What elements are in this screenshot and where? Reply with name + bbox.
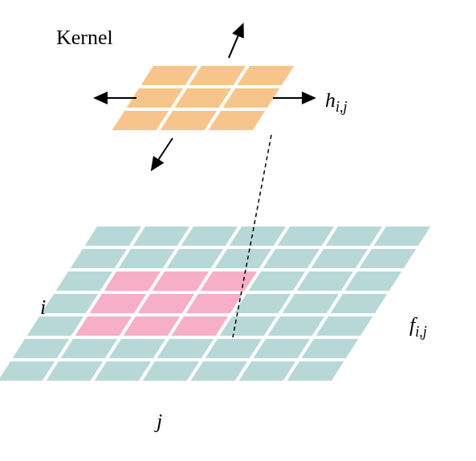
kernel-title: Kernel [56, 26, 113, 50]
image-symbol-label: fi,j [409, 313, 427, 341]
arrow-up-icon [229, 26, 242, 58]
diagram-canvas [0, 0, 476, 461]
image-grid [0, 225, 433, 382]
axis-j-label: j [157, 410, 162, 434]
axis-i-label: i [40, 296, 46, 320]
arrow-down-icon [153, 138, 173, 169]
kernel-grid [109, 64, 297, 132]
kernel-symbol-label: hi,j [325, 88, 348, 116]
